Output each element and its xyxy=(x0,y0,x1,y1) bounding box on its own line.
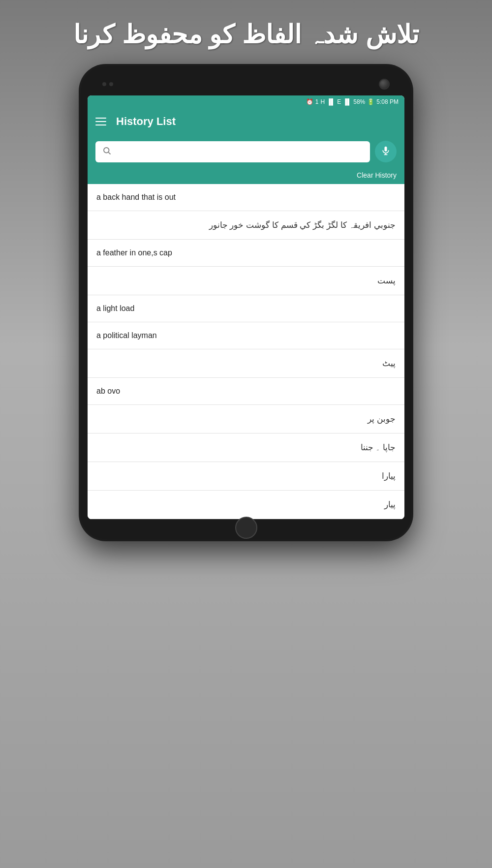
list-item[interactable]: پیار xyxy=(88,491,404,519)
svg-line-1 xyxy=(108,152,110,154)
page-title-urdu: تلاش شدہ الفاظ کو محفوظ کرنا xyxy=(0,0,492,64)
app-bar: History List xyxy=(88,108,404,135)
status-bar: ⏰ 1 H ▐▌ E ▐▌ 58% 🔋 5:08 PM xyxy=(88,95,404,108)
clear-history-bar: Clear History xyxy=(88,170,404,184)
app-bar-title: History List xyxy=(116,115,176,128)
search-input-wrapper xyxy=(95,141,370,162)
list-item[interactable]: پیٹ xyxy=(88,349,404,378)
list-item[interactable]: جوبن پر xyxy=(88,405,404,434)
phone-frame: ⏰ 1 H ▐▌ E ▐▌ 58% 🔋 5:08 PM History List xyxy=(79,64,413,541)
list-item[interactable]: پیارا xyxy=(88,462,404,491)
mic-icon xyxy=(381,146,391,158)
search-icon xyxy=(102,146,111,157)
list-item[interactable]: a political layman xyxy=(88,322,404,349)
svg-rect-2 xyxy=(385,146,387,151)
signal-bars: ▐▌ xyxy=(327,98,335,105)
list-item[interactable]: a feather in one,s cap xyxy=(88,240,404,267)
signal-e: E xyxy=(337,98,341,105)
search-bar xyxy=(88,135,404,170)
list-item[interactable]: جنوبي افريقہ کا لگڑ بگڑ کي قسم کا گوشت خ… xyxy=(88,211,404,240)
phone-screen: ⏰ 1 H ▐▌ E ▐▌ 58% 🔋 5:08 PM History List xyxy=(88,95,404,519)
clear-history-button[interactable]: Clear History xyxy=(357,171,397,179)
phone-bottom xyxy=(88,519,404,531)
status-icons: ⏰ 1 H ▐▌ E ▐▌ 58% 🔋 5:08 PM xyxy=(306,98,399,105)
list-item[interactable]: a back hand that is out xyxy=(88,184,404,211)
signal-h: H xyxy=(321,98,325,105)
list-item[interactable]: جاپا ۔ جننا xyxy=(88,434,404,462)
mic-button[interactable] xyxy=(375,141,397,162)
menu-icon[interactable] xyxy=(95,118,106,125)
battery-icon: 🔋 xyxy=(367,98,374,105)
speaker-dots xyxy=(102,82,113,86)
time-display: 5:08 PM xyxy=(376,98,399,105)
home-button[interactable] xyxy=(235,517,257,539)
svg-point-0 xyxy=(104,148,109,153)
camera xyxy=(379,79,390,90)
list-item[interactable]: ab ovo xyxy=(88,378,404,405)
list-item[interactable]: a light load xyxy=(88,295,404,322)
search-input[interactable] xyxy=(116,147,363,156)
battery-percent: 58% xyxy=(353,98,365,105)
signal-bars2: ▐▌ xyxy=(343,98,351,105)
phone-top-bar xyxy=(88,74,404,95)
alarm-icon: ⏰ xyxy=(306,98,313,105)
history-list: a back hand that is out جنوبي افريقہ کا … xyxy=(88,184,404,519)
list-item[interactable]: پست xyxy=(88,267,404,295)
notification-icon: 1 xyxy=(315,98,319,105)
